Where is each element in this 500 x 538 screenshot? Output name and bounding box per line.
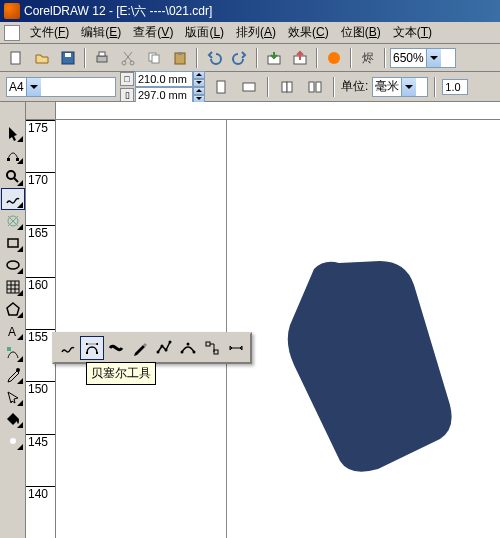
menu-bar: 文件(F)编辑(E)查看(V)版面(L)排列(A)效果(C)位图(B)文本(T) <box>0 22 500 44</box>
print-button[interactable] <box>90 46 114 70</box>
property-bar: A4 □ ▯ 单位: 毫米 <box>0 72 500 102</box>
paste-button[interactable] <box>168 46 192 70</box>
svg-rect-19 <box>309 82 314 92</box>
nudge-offset-input[interactable] <box>442 79 468 95</box>
main-area: A 175170165160155150145140 贝塞尔工具 <box>0 102 500 538</box>
zoom-dropdown[interactable]: 650% <box>390 48 456 68</box>
svg-point-13 <box>328 52 340 64</box>
svg-rect-29 <box>7 347 11 351</box>
shape-tool[interactable] <box>1 144 25 166</box>
landscape-button[interactable] <box>237 75 261 99</box>
svg-point-37 <box>157 351 160 354</box>
import-button[interactable] <box>262 46 286 70</box>
polyline-tool-flyout[interactable] <box>152 336 176 360</box>
eyedrop-tool[interactable] <box>1 364 25 386</box>
svg-rect-15 <box>217 81 225 93</box>
artistic-tool-flyout[interactable] <box>104 336 128 360</box>
pages-button[interactable] <box>275 75 299 99</box>
export-button[interactable] <box>288 46 312 70</box>
page-width-input[interactable] <box>135 71 193 87</box>
chevron-down-icon <box>26 78 41 96</box>
page-height-input[interactable] <box>135 87 193 103</box>
3ptcurve-tool-flyout[interactable] <box>176 336 200 360</box>
svg-rect-44 <box>206 342 210 346</box>
ruler-vertical: 175170165160155150145140 <box>26 120 56 538</box>
svg-rect-16 <box>243 83 255 91</box>
pen-tool-flyout[interactable] <box>128 336 152 360</box>
menu-f[interactable]: 文件(F) <box>24 22 75 43</box>
save-button[interactable] <box>56 46 80 70</box>
graph-tool[interactable] <box>1 276 25 298</box>
fill-tool[interactable] <box>1 408 25 430</box>
corel-online-button[interactable]: 烬 <box>356 46 380 70</box>
svg-point-39 <box>165 349 168 352</box>
menu-e[interactable]: 编辑(E) <box>75 22 127 43</box>
zoom-value: 650% <box>393 51 424 65</box>
svg-point-38 <box>161 345 164 348</box>
ruler-tick: 155 <box>26 329 55 381</box>
ifill-tool[interactable] <box>1 430 25 452</box>
ruler-tick: 160 <box>26 277 55 329</box>
pick-tool[interactable] <box>1 122 25 144</box>
menu-t[interactable]: 文本(T) <box>387 22 438 43</box>
zoom-tool[interactable] <box>1 166 25 188</box>
dimension-tool-flyout[interactable] <box>224 336 248 360</box>
menu-c[interactable]: 效果(C) <box>282 22 335 43</box>
svg-rect-0 <box>11 52 20 64</box>
portrait-button[interactable] <box>209 75 233 99</box>
ruler-origin[interactable] <box>26 102 56 119</box>
chevron-down-icon <box>426 49 441 67</box>
cut-button[interactable] <box>116 46 140 70</box>
open-button[interactable] <box>30 46 54 70</box>
menu-b[interactable]: 位图(B) <box>335 22 387 43</box>
poly-tool[interactable] <box>1 298 25 320</box>
menu-v[interactable]: 查看(V) <box>127 22 179 43</box>
new-button[interactable] <box>4 46 28 70</box>
paper-size-value: A4 <box>9 80 24 94</box>
outline-tool[interactable] <box>1 386 25 408</box>
interactive-tool[interactable] <box>1 342 25 364</box>
text-tool[interactable]: A <box>1 320 25 342</box>
width-icon: □ <box>120 72 134 86</box>
bezier-tool-flyout[interactable] <box>80 336 104 360</box>
freehand-tool[interactable] <box>1 188 25 210</box>
svg-text:烬: 烬 <box>362 51 374 65</box>
svg-rect-20 <box>316 82 321 92</box>
separator <box>316 48 318 68</box>
svg-rect-34 <box>96 352 98 354</box>
undo-button[interactable] <box>202 46 226 70</box>
svg-rect-18 <box>287 82 292 92</box>
copy-button[interactable] <box>142 46 166 70</box>
menu-a[interactable]: 排列(A) <box>230 22 282 43</box>
tooltip: 贝塞尔工具 <box>86 362 156 385</box>
redo-button[interactable] <box>228 46 252 70</box>
height-spinner[interactable] <box>193 87 205 103</box>
separator <box>333 77 335 97</box>
width-spinner[interactable] <box>193 71 205 87</box>
units-dropdown[interactable]: 毫米 <box>372 77 428 97</box>
drawing-canvas[interactable] <box>56 120 500 538</box>
units-value: 毫米 <box>375 78 399 95</box>
rect-tool[interactable] <box>1 232 25 254</box>
facing-pages-button[interactable] <box>303 75 327 99</box>
chevron-down-icon <box>401 78 416 96</box>
svg-rect-3 <box>97 56 107 62</box>
ruler-tick: 140 <box>26 486 55 538</box>
drawn-shape[interactable] <box>284 255 454 475</box>
freehand-tool-flyout[interactable] <box>56 336 80 360</box>
paper-size-dropdown[interactable]: A4 <box>6 77 116 97</box>
ellipse-tool[interactable] <box>1 254 25 276</box>
svg-rect-33 <box>86 352 88 354</box>
svg-point-32 <box>10 438 16 444</box>
app-launcher-button[interactable] <box>322 46 346 70</box>
ruler-horizontal <box>26 102 500 120</box>
page-dimensions: □ ▯ <box>120 71 205 103</box>
menu-l[interactable]: 版面(L) <box>179 22 230 43</box>
connector-tool-flyout[interactable] <box>200 336 224 360</box>
document-icon <box>4 25 20 41</box>
separator <box>434 77 436 97</box>
svg-point-43 <box>193 351 196 354</box>
ruler-tick: 170 <box>26 172 55 224</box>
ruler-tick: 175 <box>26 120 55 172</box>
smart-tool[interactable] <box>1 210 25 232</box>
